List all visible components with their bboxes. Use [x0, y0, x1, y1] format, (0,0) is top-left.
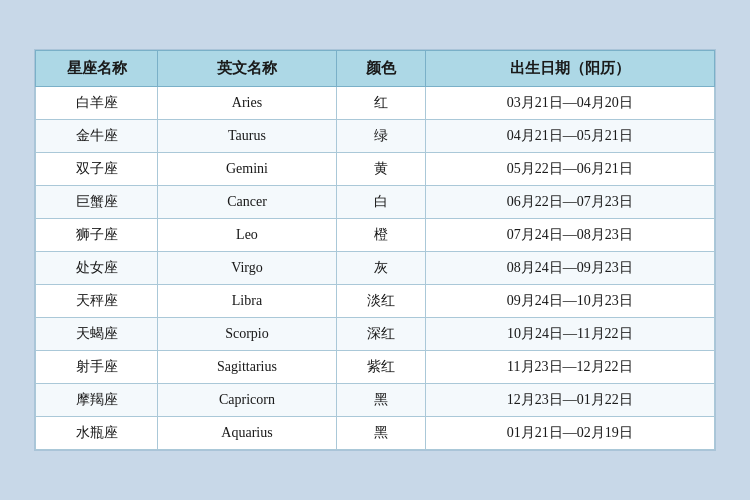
table-row: 双子座Gemini黄05月22日—06月21日: [36, 153, 715, 186]
table-row: 巨蟹座Cancer白06月22日—07月23日: [36, 186, 715, 219]
header-date: 出生日期（阳历）: [425, 51, 714, 87]
cell-en: Aries: [158, 87, 336, 120]
table-row: 水瓶座Aquarius黑01月21日—02月19日: [36, 417, 715, 450]
table-row: 白羊座Aries红03月21日—04月20日: [36, 87, 715, 120]
cell-color: 绿: [336, 120, 425, 153]
cell-date: 01月21日—02月19日: [425, 417, 714, 450]
header-en: 英文名称: [158, 51, 336, 87]
cell-color: 黑: [336, 417, 425, 450]
cell-color: 深红: [336, 318, 425, 351]
cell-zh: 摩羯座: [36, 384, 158, 417]
cell-zh: 狮子座: [36, 219, 158, 252]
cell-date: 05月22日—06月21日: [425, 153, 714, 186]
header-zh: 星座名称: [36, 51, 158, 87]
cell-date: 09月24日—10月23日: [425, 285, 714, 318]
table-header-row: 星座名称 英文名称 颜色 出生日期（阳历）: [36, 51, 715, 87]
cell-zh: 处女座: [36, 252, 158, 285]
cell-en: Gemini: [158, 153, 336, 186]
zodiac-table: 星座名称 英文名称 颜色 出生日期（阳历） 白羊座Aries红03月21日—04…: [35, 50, 715, 450]
cell-zh: 金牛座: [36, 120, 158, 153]
cell-en: Capricorn: [158, 384, 336, 417]
cell-zh: 天秤座: [36, 285, 158, 318]
cell-en: Virgo: [158, 252, 336, 285]
table-row: 金牛座Taurus绿04月21日—05月21日: [36, 120, 715, 153]
table-row: 天蝎座Scorpio深红10月24日—11月22日: [36, 318, 715, 351]
cell-color: 黑: [336, 384, 425, 417]
cell-date: 10月24日—11月22日: [425, 318, 714, 351]
cell-date: 04月21日—05月21日: [425, 120, 714, 153]
table-row: 摩羯座Capricorn黑12月23日—01月22日: [36, 384, 715, 417]
table-row: 处女座Virgo灰08月24日—09月23日: [36, 252, 715, 285]
cell-color: 白: [336, 186, 425, 219]
cell-color: 淡红: [336, 285, 425, 318]
cell-zh: 射手座: [36, 351, 158, 384]
cell-date: 07月24日—08月23日: [425, 219, 714, 252]
cell-zh: 双子座: [36, 153, 158, 186]
cell-en: Taurus: [158, 120, 336, 153]
table-row: 天秤座Libra淡红09月24日—10月23日: [36, 285, 715, 318]
table-row: 狮子座Leo橙07月24日—08月23日: [36, 219, 715, 252]
table-row: 射手座Sagittarius紫红11月23日—12月22日: [36, 351, 715, 384]
cell-zh: 白羊座: [36, 87, 158, 120]
cell-en: Aquarius: [158, 417, 336, 450]
cell-en: Sagittarius: [158, 351, 336, 384]
cell-zh: 天蝎座: [36, 318, 158, 351]
cell-color: 红: [336, 87, 425, 120]
cell-date: 06月22日—07月23日: [425, 186, 714, 219]
cell-color: 黄: [336, 153, 425, 186]
cell-zh: 水瓶座: [36, 417, 158, 450]
cell-date: 03月21日—04月20日: [425, 87, 714, 120]
cell-color: 橙: [336, 219, 425, 252]
cell-en: Scorpio: [158, 318, 336, 351]
cell-date: 12月23日—01月22日: [425, 384, 714, 417]
header-color: 颜色: [336, 51, 425, 87]
cell-zh: 巨蟹座: [36, 186, 158, 219]
cell-date: 11月23日—12月22日: [425, 351, 714, 384]
cell-en: Cancer: [158, 186, 336, 219]
zodiac-table-wrapper: 星座名称 英文名称 颜色 出生日期（阳历） 白羊座Aries红03月21日—04…: [34, 49, 716, 451]
cell-en: Libra: [158, 285, 336, 318]
cell-en: Leo: [158, 219, 336, 252]
cell-color: 灰: [336, 252, 425, 285]
cell-date: 08月24日—09月23日: [425, 252, 714, 285]
cell-color: 紫红: [336, 351, 425, 384]
